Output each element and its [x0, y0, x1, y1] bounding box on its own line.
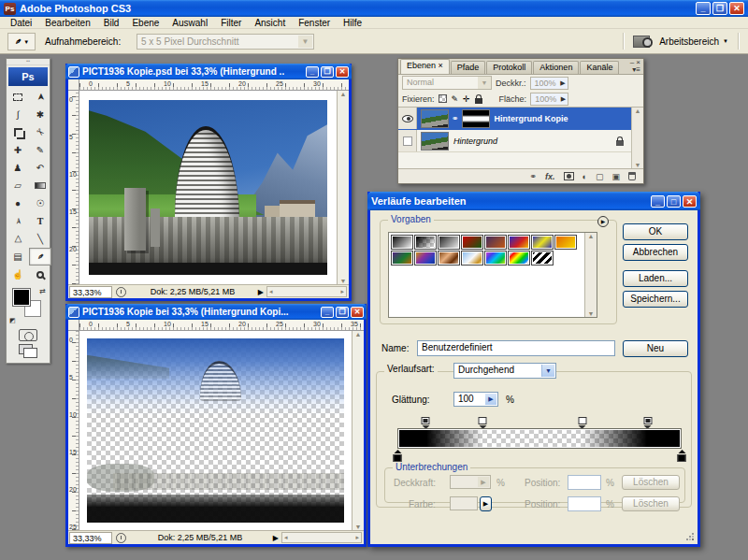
- vertical-scrollbar[interactable]: ▲▼: [352, 331, 364, 530]
- healing-brush-tool[interactable]: ✚: [7, 141, 29, 159]
- hand-tool[interactable]: ☝: [7, 266, 29, 283]
- gradient-preset-swatch[interactable]: [554, 235, 577, 250]
- maximize-button[interactable]: ❐: [321, 66, 334, 78]
- maximize-button[interactable]: □: [667, 195, 681, 208]
- layer-mask-thumbnail[interactable]: [462, 109, 490, 128]
- slice-tool[interactable]: ✂: [29, 123, 51, 141]
- gradient-preset-swatch[interactable]: [461, 251, 483, 266]
- color-stop[interactable]: [394, 454, 402, 462]
- layer-thumbnail[interactable]: [421, 132, 449, 151]
- eraser-tool[interactable]: ▱: [7, 177, 29, 194]
- new-button[interactable]: Neu: [623, 340, 688, 357]
- horizontal-scrollbar[interactable]: ◂▸: [281, 532, 362, 543]
- layer-row-hintergrund-kopie[interactable]: ⚭ Hintergrund Kopie: [398, 108, 633, 130]
- palette-menu-icon[interactable]: ▾≡: [630, 66, 640, 74]
- zoom-level-field[interactable]: 33,33%: [69, 286, 112, 298]
- gradient-preset-swatch[interactable]: [461, 235, 483, 250]
- brush-tool[interactable]: ✎: [29, 141, 51, 159]
- minimize-button[interactable]: _: [696, 2, 711, 15]
- opacity-stop-row[interactable]: [397, 417, 682, 428]
- line-tool[interactable]: ╲: [29, 230, 51, 248]
- presets-menu-icon[interactable]: ▶: [597, 216, 609, 227]
- layers-scrollbar[interactable]: ▲▼: [631, 108, 643, 168]
- name-input[interactable]: Benutzerdefiniert: [417, 340, 615, 356]
- mask-link-icon[interactable]: ⚭: [452, 114, 459, 123]
- gradient-tool[interactable]: [29, 177, 51, 194]
- stop-position-input[interactable]: [568, 475, 601, 490]
- color-stop-row[interactable]: [397, 451, 682, 462]
- gradient-preset-swatch[interactable]: [531, 235, 554, 250]
- menu-ansicht[interactable]: Ansicht: [248, 18, 292, 28]
- horizontal-scrollbar[interactable]: ◂▸: [266, 286, 347, 297]
- adjustment-layer-icon[interactable]: ◐: [583, 172, 587, 181]
- crop-tool[interactable]: [7, 123, 29, 141]
- doc1-titlebar[interactable]: PICT1936 Kopie.psd bei 33,3% (Hintergrun…: [65, 64, 352, 79]
- load-button[interactable]: Laden...: [623, 270, 688, 287]
- move-tool[interactable]: ➤: [29, 88, 51, 106]
- opacity-stop[interactable]: [643, 417, 652, 424]
- bridge-icon[interactable]: [633, 36, 650, 48]
- tab-kanaele[interactable]: Kanäle: [580, 61, 619, 74]
- doc1-canvas[interactable]: [79, 91, 337, 284]
- dialog-titlebar[interactable]: Verläufe bearbeiten _ □ ✕: [367, 192, 700, 210]
- layer-thumbnail[interactable]: [421, 109, 449, 128]
- opacity-stop[interactable]: [479, 417, 487, 424]
- gradient-preset-swatch[interactable]: [484, 251, 507, 266]
- eyedropper-tool[interactable]: ✒: [29, 248, 51, 266]
- foreground-color-well[interactable]: [13, 289, 30, 306]
- zoom-level-field[interactable]: 33,33%: [69, 532, 112, 544]
- visibility-checkbox[interactable]: [403, 136, 412, 146]
- close-button[interactable]: ✕: [683, 195, 697, 208]
- tab-aktionen[interactable]: Aktionen: [533, 61, 579, 74]
- visibility-cell[interactable]: [398, 108, 417, 129]
- add-mask-icon[interactable]: [564, 172, 574, 180]
- opacity-stop[interactable]: [422, 417, 430, 424]
- tab-pfade[interactable]: Pfade: [451, 61, 486, 74]
- dodge-tool[interactable]: ☉: [29, 194, 51, 212]
- workspace-button[interactable]: Arbeitsbereich▼: [659, 36, 728, 47]
- resize-grip[interactable]: [685, 532, 695, 541]
- lock-all-icon[interactable]: [475, 98, 482, 104]
- type-tool[interactable]: T: [29, 212, 51, 230]
- current-tool-chip[interactable]: ✒ ▼: [7, 33, 36, 50]
- doc2-titlebar[interactable]: PICT1936 Kopie bei 33,3% (Hintergrund Ko…: [65, 304, 367, 320]
- status-menu-arrow[interactable]: ▶: [273, 534, 279, 542]
- arrow-icon[interactable]: ▶: [560, 78, 565, 89]
- stop-color-swatch[interactable]: [450, 496, 478, 510]
- arrow-icon[interactable]: ▶: [485, 394, 496, 405]
- tab-close-icon[interactable]: ×: [439, 61, 443, 70]
- lasso-tool[interactable]: ∫: [7, 106, 29, 123]
- magic-wand-tool[interactable]: ✱: [29, 106, 51, 123]
- history-brush-tool[interactable]: ↶: [29, 159, 51, 177]
- save-button[interactable]: Speichern...: [623, 291, 688, 308]
- gradient-preset-swatch[interactable]: [508, 251, 530, 266]
- maximize-button[interactable]: ❐: [336, 307, 349, 318]
- menu-fenster[interactable]: Fenster: [292, 18, 337, 28]
- tab-ebenen[interactable]: Ebenen ×: [400, 59, 450, 74]
- gradient-preset-swatch[interactable]: [508, 235, 530, 250]
- menu-auswahl[interactable]: Auswahl: [165, 18, 214, 28]
- menu-bearbeiten[interactable]: Bearbeiten: [38, 18, 96, 28]
- palette-grip[interactable]: ••: [7, 59, 50, 65]
- sample-size-select[interactable]: 5 x 5 Pixel Durchschnitt▼: [137, 34, 314, 50]
- gradient-preset-swatch[interactable]: [484, 235, 507, 250]
- gradient-preset-swatch[interactable]: [414, 251, 437, 266]
- lock-position-icon[interactable]: ✛: [463, 94, 470, 104]
- gradient-type-select[interactable]: Durchgehend▼: [453, 363, 556, 379]
- delete-layer-icon[interactable]: [628, 172, 636, 180]
- blend-mode-select[interactable]: Normal▼: [402, 76, 492, 90]
- new-layer-icon[interactable]: ▣: [611, 172, 620, 181]
- tab-protokoll[interactable]: Protokoll: [486, 61, 532, 74]
- vertical-scrollbar[interactable]: ▲▼: [337, 91, 349, 284]
- lock-paint-icon[interactable]: ✎: [452, 94, 459, 104]
- stop-position-input[interactable]: [568, 496, 601, 511]
- close-button[interactable]: ✕: [351, 307, 364, 318]
- gradient-preset-swatch[interactable]: [531, 251, 554, 266]
- gradient-preset-swatch[interactable]: [414, 235, 437, 250]
- color-menu-arrow[interactable]: ▶: [480, 496, 492, 511]
- fill-field[interactable]: 100%▶: [530, 93, 568, 106]
- screen-mode-button[interactable]: [19, 344, 37, 356]
- quick-mask-button[interactable]: [19, 329, 37, 341]
- color-stop[interactable]: [678, 454, 686, 462]
- gradient-preview-bar[interactable]: [397, 428, 682, 449]
